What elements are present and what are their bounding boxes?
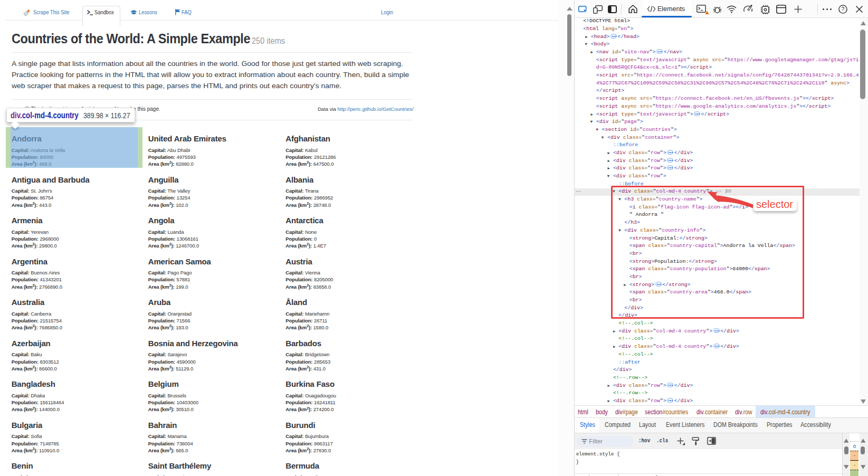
svg-text:?: ? <box>842 6 845 12</box>
